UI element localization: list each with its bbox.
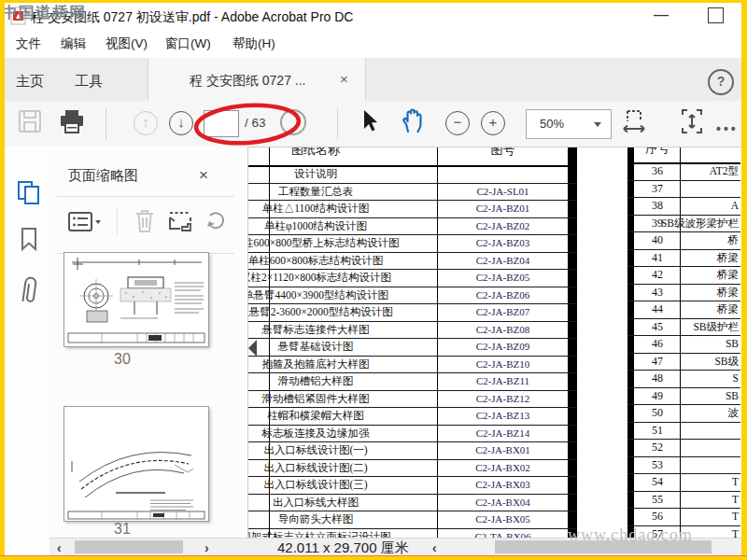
maximize-button[interactable] <box>708 7 724 23</box>
table-cell: 桥梁 <box>717 249 739 267</box>
attachments-icon[interactable] <box>17 273 41 309</box>
main-toolbar: ↑ ↓ / 63 − + 50% ••• <box>5 101 741 147</box>
table-cell: SB <box>726 335 739 353</box>
table-cell: 工程数量汇总表 <box>248 183 437 201</box>
print-icon[interactable] <box>59 109 85 134</box>
menu-bar: 文件 编辑 视图(V) 窗口(W) 帮助(H) <box>5 30 741 58</box>
tab-home[interactable]: 主页 <box>16 73 44 91</box>
table-cell <box>438 165 568 183</box>
table-cell: S <box>733 370 739 387</box>
site-watermark-bottom: www.chdao.com <box>568 525 693 545</box>
page-31-drawing <box>64 407 208 521</box>
insert-pages-icon[interactable] <box>167 208 193 234</box>
thumbnail-page-31[interactable] <box>63 406 209 522</box>
table-cell: T <box>732 525 739 539</box>
menu-window[interactable]: 窗口(W) <box>165 35 211 52</box>
toolbar-separator <box>337 108 338 139</box>
table-cell: C2-JA-BZ07 <box>438 303 568 321</box>
table-cell: 48 <box>635 370 680 387</box>
table-cell: C2-JA-BX04 <box>438 494 568 511</box>
frame-top <box>0 0 747 3</box>
table-cell: 单柱△1100结构设计图 <box>248 200 437 217</box>
table-cell: C2-JA-BX01 <box>438 441 568 459</box>
save-icon[interactable] <box>18 109 42 133</box>
rotate-pages-icon[interactable] <box>206 210 227 232</box>
table-cell: 单柱600×800型桥上标志结构设计图 <box>248 234 437 252</box>
table-cell: T <box>732 473 739 491</box>
table-cell: 悬臂标志连接件大样图 <box>248 321 437 339</box>
table-cell: 出入口标线设计图(三) <box>248 476 437 494</box>
toolbar-separator <box>106 108 106 139</box>
table-cell: C2-JA-BZ02 <box>438 217 568 235</box>
menu-file[interactable]: 文件 <box>16 35 41 52</box>
minimize-button[interactable]: — <box>654 7 669 23</box>
panel-scroll-left-icon[interactable]: ‹ <box>57 540 62 555</box>
table-cell: T <box>732 508 739 525</box>
zoom-in-icon[interactable]: + <box>481 111 505 135</box>
table-cell: 41 <box>635 249 680 267</box>
panel-title: 页面缩略图 <box>68 167 138 185</box>
table-cell: 45 <box>635 318 680 336</box>
table-cell: 52 <box>635 439 680 456</box>
table-cell: 设计说明 <box>248 165 437 183</box>
table-cell: C2-JA-BZ06 <box>438 287 568 304</box>
divider <box>57 196 234 197</box>
tab-tools[interactable]: 工具 <box>75 73 103 91</box>
tab-close-icon[interactable]: × <box>340 71 348 87</box>
zoom-out-icon[interactable]: − <box>445 111 470 135</box>
table-cell: T <box>732 491 739 509</box>
table-cell: C2-JA-BZ13 <box>438 407 568 425</box>
collapse-panel-icon[interactable] <box>248 340 257 357</box>
red-circle-annotation <box>190 99 307 149</box>
table-cell: C2-JA-BX05 <box>438 511 568 528</box>
frame-bottom <box>0 555 747 560</box>
more-tools-icon[interactable]: ••• <box>716 121 739 136</box>
table-cell: 56 <box>635 508 680 525</box>
table-cell: 桥梁 <box>717 284 739 301</box>
pdf-page: 图纸名称 图号 序号 设计说明工程数量汇总表C2-JA-SL01单柱△1100结… <box>248 147 740 538</box>
zoom-level-value: 50% <box>540 117 564 131</box>
panel-close-icon[interactable]: × <box>199 166 208 185</box>
table-cell: 单柱φ1000结构设计图 <box>248 217 437 235</box>
previous-page-icon[interactable]: ↑ <box>134 111 158 135</box>
thumbnail-options-icon[interactable] <box>68 210 102 234</box>
table-cell: 单悬臂4400×3900型结构设计图 <box>248 287 437 304</box>
frame-right <box>741 0 747 560</box>
table-cell: 抱箍及抱箍底衬大样图 <box>248 356 437 373</box>
table-cell: 44 <box>635 301 680 318</box>
panel-scroll-right-icon[interactable]: › <box>204 540 209 555</box>
table-cell: 桥梁 <box>717 301 739 318</box>
zoom-level-select[interactable]: 50% <box>526 109 612 139</box>
doc-scroll-left-icon[interactable]: ‹ <box>432 540 437 555</box>
table-cell: SB <box>726 387 739 405</box>
hand-tool-icon[interactable] <box>399 107 427 135</box>
thumbnail-label-31: 31 <box>113 521 132 538</box>
panel-hscrollbar-thumb[interactable] <box>75 540 183 553</box>
table-cell: SB级波形梁护栏 <box>661 215 739 232</box>
tab-document[interactable]: 程 交安图纸 0727 ... × <box>148 58 366 101</box>
table-cell: 出入口标线大样图 <box>248 494 437 511</box>
table-cell: 36 <box>635 162 680 180</box>
thumbnail-page-30[interactable] <box>63 252 209 347</box>
table-cell: C2-JA-BZ05 <box>438 269 568 287</box>
menu-edit[interactable]: 编辑 <box>61 35 86 52</box>
table-cell: 37 <box>635 180 680 198</box>
table-cell: 出入口标线设计图(一) <box>248 441 437 459</box>
menu-help[interactable]: 帮助(H) <box>233 35 275 52</box>
bookmarks-icon[interactable] <box>19 227 41 253</box>
fit-width-icon[interactable] <box>621 108 647 138</box>
table-cell: 出入口标线设计图(二) <box>248 459 437 477</box>
select-tool-icon[interactable] <box>359 108 380 134</box>
delete-pages-icon[interactable] <box>134 208 156 234</box>
page-thumbnails-icon[interactable] <box>17 180 41 204</box>
app-window: { "window": { "title": "程 交安图纸 0727 初设送审… <box>0 0 747 560</box>
fit-page-icon[interactable] <box>679 107 705 137</box>
table-cell: 42 <box>635 266 680 284</box>
help-icon[interactable]: ? <box>708 69 734 95</box>
table-cell: C2-JA-BZ01 <box>438 200 568 217</box>
table-cell: 滑动槽铝大样图 <box>248 372 437 390</box>
menu-view[interactable]: 视图(V) <box>106 35 148 52</box>
table-cell: 40 <box>635 231 680 249</box>
table-cell: 43 <box>635 284 680 301</box>
table-border-thick <box>627 147 634 538</box>
